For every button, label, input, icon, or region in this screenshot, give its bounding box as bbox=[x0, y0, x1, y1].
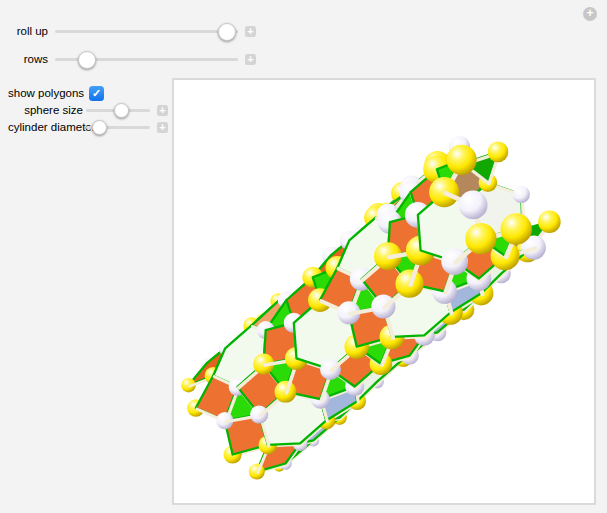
roll-up-row: roll up + bbox=[8, 22, 256, 40]
graphic-panel bbox=[172, 78, 596, 505]
show-polygons-row: show polygons ✓ bbox=[8, 84, 104, 102]
slider-thumb[interactable] bbox=[114, 103, 129, 118]
polygon-tube-3d-graphic[interactable] bbox=[174, 80, 594, 503]
rows-slider[interactable] bbox=[55, 50, 238, 68]
slider-thumb[interactable] bbox=[92, 120, 107, 135]
rows-label: rows bbox=[8, 53, 48, 65]
cylinder-diameter-row: cylinder diameter + bbox=[8, 118, 168, 136]
manipulate-window: + roll up + rows + show polygons ✓ spher… bbox=[0, 0, 607, 513]
cylinder-diameter-slider[interactable] bbox=[86, 118, 150, 136]
expand-controls-button[interactable]: + bbox=[245, 54, 256, 65]
expand-controls-button[interactable]: + bbox=[157, 105, 168, 116]
show-polygons-checkbox[interactable]: ✓ bbox=[89, 86, 104, 101]
expand-controls-button[interactable]: + bbox=[245, 26, 256, 37]
slider-track[interactable] bbox=[55, 30, 238, 33]
roll-up-slider[interactable] bbox=[55, 22, 238, 40]
slider-thumb[interactable] bbox=[218, 23, 236, 41]
sphere-size-slider[interactable] bbox=[86, 101, 150, 119]
checkmark-icon: ✓ bbox=[92, 87, 101, 99]
expand-controls-button[interactable]: + bbox=[157, 122, 168, 133]
manipulate-menu-button[interactable]: + bbox=[583, 7, 597, 21]
show-polygons-label: show polygons bbox=[8, 87, 83, 99]
cylinder-diameter-label: cylinder diameter bbox=[8, 121, 83, 133]
slider-thumb[interactable] bbox=[78, 51, 96, 69]
sphere-size-label: sphere size bbox=[8, 104, 83, 116]
roll-up-label: roll up bbox=[8, 25, 48, 37]
sphere-size-row: sphere size + bbox=[8, 101, 168, 119]
rows-row: rows + bbox=[8, 50, 256, 68]
